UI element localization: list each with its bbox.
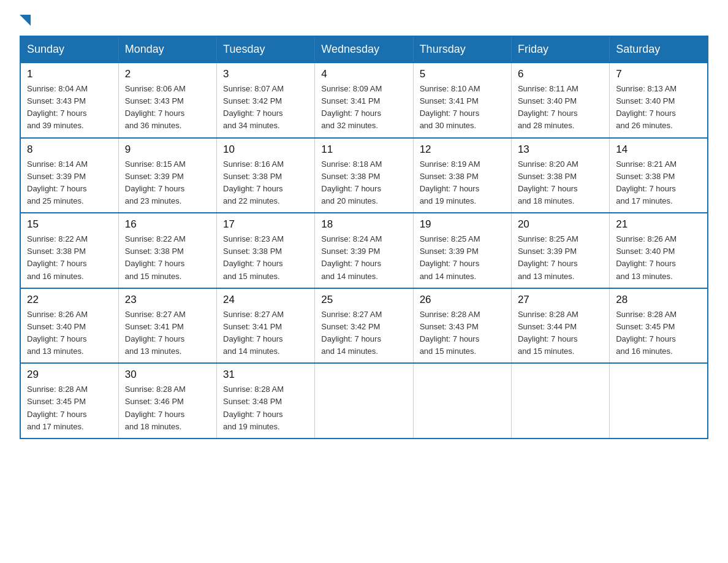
- header-monday: Monday: [118, 36, 216, 63]
- day-number: 10: [223, 144, 308, 156]
- day-info: Sunrise: 8:27 AMSunset: 3:42 PMDaylight:…: [321, 308, 406, 358]
- logo-arrow-icon: [20, 15, 31, 26]
- calendar-cell: [413, 363, 511, 439]
- day-number: 1: [27, 68, 112, 80]
- day-info: Sunrise: 8:28 AMSunset: 3:43 PMDaylight:…: [420, 308, 505, 358]
- calendar-cell: 30Sunrise: 8:28 AMSunset: 3:46 PMDayligh…: [118, 363, 216, 439]
- calendar-cell: 11Sunrise: 8:18 AMSunset: 3:38 PMDayligh…: [315, 138, 413, 213]
- day-info: Sunrise: 8:09 AMSunset: 3:41 PMDaylight:…: [321, 83, 406, 132]
- week-row-1: 1Sunrise: 8:04 AMSunset: 3:43 PMDaylight…: [20, 63, 708, 138]
- day-number: 7: [616, 68, 701, 80]
- day-info: Sunrise: 8:27 AMSunset: 3:41 PMDaylight:…: [223, 308, 308, 358]
- day-info: Sunrise: 8:28 AMSunset: 3:45 PMDaylight:…: [616, 308, 701, 358]
- header-saturday: Saturday: [610, 36, 708, 63]
- day-number: 24: [223, 294, 308, 306]
- header-wednesday: Wednesday: [315, 36, 413, 63]
- logo: [20, 15, 31, 25]
- day-info: Sunrise: 8:27 AMSunset: 3:41 PMDaylight:…: [125, 308, 210, 358]
- day-number: 15: [27, 218, 112, 231]
- day-info: Sunrise: 8:22 AMSunset: 3:38 PMDaylight:…: [125, 233, 210, 283]
- header-friday: Friday: [511, 36, 609, 63]
- day-number: 22: [27, 294, 112, 306]
- day-info: Sunrise: 8:04 AMSunset: 3:43 PMDaylight:…: [27, 83, 112, 132]
- day-number: 18: [321, 218, 406, 231]
- day-info: Sunrise: 8:13 AMSunset: 3:40 PMDaylight:…: [616, 83, 701, 132]
- day-info: Sunrise: 8:28 AMSunset: 3:48 PMDaylight:…: [223, 383, 308, 433]
- day-info: Sunrise: 8:24 AMSunset: 3:39 PMDaylight:…: [321, 233, 406, 283]
- day-number: 23: [125, 294, 210, 306]
- calendar-cell: 7Sunrise: 8:13 AMSunset: 3:40 PMDaylight…: [610, 63, 708, 138]
- day-info: Sunrise: 8:28 AMSunset: 3:46 PMDaylight:…: [125, 383, 210, 433]
- day-info: Sunrise: 8:20 AMSunset: 3:38 PMDaylight:…: [518, 158, 603, 208]
- calendar-cell: 12Sunrise: 8:19 AMSunset: 3:38 PMDayligh…: [413, 138, 511, 213]
- calendar-cell: 4Sunrise: 8:09 AMSunset: 3:41 PMDaylight…: [315, 63, 413, 138]
- calendar-cell: 27Sunrise: 8:28 AMSunset: 3:44 PMDayligh…: [511, 288, 609, 364]
- svg-marker-0: [20, 15, 31, 26]
- day-info: Sunrise: 8:22 AMSunset: 3:38 PMDaylight:…: [27, 233, 112, 283]
- day-number: 25: [321, 294, 406, 306]
- calendar-cell: 6Sunrise: 8:11 AMSunset: 3:40 PMDaylight…: [511, 63, 609, 138]
- day-info: Sunrise: 8:19 AMSunset: 3:38 PMDaylight:…: [420, 158, 505, 208]
- calendar-cell: 5Sunrise: 8:10 AMSunset: 3:41 PMDaylight…: [413, 63, 511, 138]
- calendar-cell: 28Sunrise: 8:28 AMSunset: 3:45 PMDayligh…: [610, 288, 708, 364]
- calendar-cell: 21Sunrise: 8:26 AMSunset: 3:40 PMDayligh…: [610, 213, 708, 288]
- day-number: 16: [125, 218, 210, 231]
- day-number: 6: [518, 68, 603, 80]
- calendar-cell: 14Sunrise: 8:21 AMSunset: 3:38 PMDayligh…: [610, 138, 708, 213]
- day-number: 17: [223, 218, 308, 231]
- calendar-cell: 17Sunrise: 8:23 AMSunset: 3:38 PMDayligh…: [217, 213, 315, 288]
- day-number: 27: [518, 294, 603, 306]
- day-number: 31: [223, 369, 308, 381]
- day-info: Sunrise: 8:25 AMSunset: 3:39 PMDaylight:…: [518, 233, 603, 283]
- day-info: Sunrise: 8:28 AMSunset: 3:44 PMDaylight:…: [518, 308, 603, 358]
- calendar-cell: [315, 363, 413, 439]
- day-number: 29: [27, 369, 112, 381]
- day-number: 20: [518, 218, 603, 231]
- calendar-cell: [610, 363, 708, 439]
- day-number: 3: [223, 68, 308, 80]
- day-info: Sunrise: 8:06 AMSunset: 3:43 PMDaylight:…: [125, 83, 210, 132]
- week-row-2: 8Sunrise: 8:14 AMSunset: 3:39 PMDaylight…: [20, 138, 708, 213]
- calendar-cell: 3Sunrise: 8:07 AMSunset: 3:42 PMDaylight…: [217, 63, 315, 138]
- day-info: Sunrise: 8:15 AMSunset: 3:39 PMDaylight:…: [125, 158, 210, 208]
- day-number: 5: [420, 68, 505, 80]
- day-number: 19: [420, 218, 505, 231]
- calendar-cell: 29Sunrise: 8:28 AMSunset: 3:45 PMDayligh…: [20, 363, 118, 439]
- day-number: 26: [420, 294, 505, 306]
- day-number: 4: [321, 68, 406, 80]
- calendar-cell: 26Sunrise: 8:28 AMSunset: 3:43 PMDayligh…: [413, 288, 511, 364]
- calendar-cell: 31Sunrise: 8:28 AMSunset: 3:48 PMDayligh…: [217, 363, 315, 439]
- calendar-cell: 16Sunrise: 8:22 AMSunset: 3:38 PMDayligh…: [118, 213, 216, 288]
- calendar-cell: 1Sunrise: 8:04 AMSunset: 3:43 PMDaylight…: [20, 63, 118, 138]
- day-number: 12: [420, 144, 505, 156]
- day-info: Sunrise: 8:14 AMSunset: 3:39 PMDaylight:…: [27, 158, 112, 208]
- day-number: 28: [616, 294, 701, 306]
- calendar-cell: 15Sunrise: 8:22 AMSunset: 3:38 PMDayligh…: [20, 213, 118, 288]
- day-number: 13: [518, 144, 603, 156]
- week-row-3: 15Sunrise: 8:22 AMSunset: 3:38 PMDayligh…: [20, 213, 708, 288]
- calendar-cell: 19Sunrise: 8:25 AMSunset: 3:39 PMDayligh…: [413, 213, 511, 288]
- calendar-cell: 10Sunrise: 8:16 AMSunset: 3:38 PMDayligh…: [217, 138, 315, 213]
- day-info: Sunrise: 8:26 AMSunset: 3:40 PMDaylight:…: [616, 233, 701, 283]
- header-thursday: Thursday: [413, 36, 511, 63]
- day-info: Sunrise: 8:28 AMSunset: 3:45 PMDaylight:…: [27, 383, 112, 433]
- calendar-cell: 13Sunrise: 8:20 AMSunset: 3:38 PMDayligh…: [511, 138, 609, 213]
- day-info: Sunrise: 8:07 AMSunset: 3:42 PMDaylight:…: [223, 83, 308, 132]
- calendar-cell: [511, 363, 609, 439]
- day-info: Sunrise: 8:21 AMSunset: 3:38 PMDaylight:…: [616, 158, 701, 208]
- day-number: 21: [616, 218, 701, 231]
- week-row-5: 29Sunrise: 8:28 AMSunset: 3:45 PMDayligh…: [20, 363, 708, 439]
- calendar-table: SundayMondayTuesdayWednesdayThursdayFrid…: [20, 36, 708, 439]
- calendar-cell: 22Sunrise: 8:26 AMSunset: 3:40 PMDayligh…: [20, 288, 118, 364]
- week-row-4: 22Sunrise: 8:26 AMSunset: 3:40 PMDayligh…: [20, 288, 708, 364]
- day-info: Sunrise: 8:23 AMSunset: 3:38 PMDaylight:…: [223, 233, 308, 283]
- day-number: 14: [616, 144, 701, 156]
- calendar-cell: 8Sunrise: 8:14 AMSunset: 3:39 PMDaylight…: [20, 138, 118, 213]
- day-info: Sunrise: 8:11 AMSunset: 3:40 PMDaylight:…: [518, 83, 603, 132]
- day-info: Sunrise: 8:18 AMSunset: 3:38 PMDaylight:…: [321, 158, 406, 208]
- header-tuesday: Tuesday: [217, 36, 315, 63]
- calendar-cell: 24Sunrise: 8:27 AMSunset: 3:41 PMDayligh…: [217, 288, 315, 364]
- day-info: Sunrise: 8:16 AMSunset: 3:38 PMDaylight:…: [223, 158, 308, 208]
- calendar-cell: 23Sunrise: 8:27 AMSunset: 3:41 PMDayligh…: [118, 288, 216, 364]
- day-info: Sunrise: 8:26 AMSunset: 3:40 PMDaylight:…: [27, 308, 112, 358]
